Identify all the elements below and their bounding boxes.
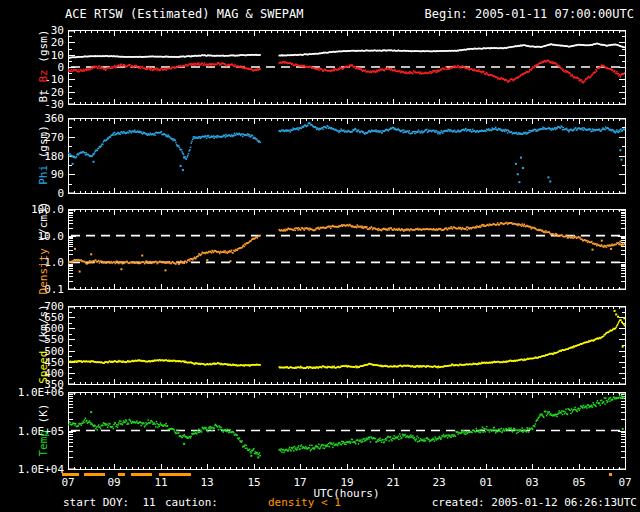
y-tick-label: 550: [0, 334, 64, 345]
y-tick-label: 90: [0, 169, 64, 180]
panel-mag-bt-bz-plot: [68, 30, 626, 105]
caution-dash: [62, 473, 79, 476]
ace-rtsw-plot-window: ACE RTSW (Estimated) MAG & SWEPAM Begin:…: [0, 0, 640, 512]
panel-swepam-density-plot: [68, 209, 626, 290]
y-tick-label: 1.0E+06: [0, 387, 64, 398]
axis-label-part: (K): [37, 404, 50, 424]
x-tick-label: 07: [56, 477, 80, 488]
plot-title: ACE RTSW (Estimated) MAG & SWEPAM: [65, 8, 303, 21]
panel-swepam-speed-plot: [68, 306, 626, 385]
x-tick-label: 21: [381, 477, 405, 488]
panel-swepam-temp-plot: [68, 392, 626, 470]
x-tick-label: 05: [567, 477, 591, 488]
caution-dash: [118, 473, 125, 476]
axis-label-part: (gsm): [37, 30, 50, 63]
y-tick-label: 20: [0, 37, 64, 48]
y-tick-label: 1.0E+05: [0, 426, 64, 437]
y-tick-label: 0: [0, 62, 64, 73]
y-tick-label: 180: [0, 151, 64, 162]
caution-dash: [609, 473, 612, 476]
caution-dash: [159, 473, 191, 476]
caution-value: density < 1: [268, 497, 341, 508]
caution-dash: [131, 473, 152, 476]
x-tick-label: 01: [474, 477, 498, 488]
x-tick-label: 23: [427, 477, 451, 488]
axis-label-part: Temp: [37, 423, 50, 456]
start-doy-label: start DOY: 11: [63, 497, 156, 508]
y-tick-label: 100.0: [0, 204, 64, 215]
panel-y-axis-label: Temp (K): [38, 370, 50, 490]
axis-label-part: (km/s): [37, 304, 50, 344]
y-tick-label: 10: [0, 50, 64, 61]
y-tick-label: 1.0: [0, 257, 64, 268]
x-tick-label: 13: [195, 477, 219, 488]
x-tick-label: 17: [288, 477, 312, 488]
x-tick-label: 09: [102, 477, 126, 488]
axis-label-part: Bz: [37, 63, 50, 83]
y-tick-label: 0.1: [0, 284, 64, 295]
y-tick-label: 360: [0, 113, 64, 124]
y-tick-label: 270: [0, 132, 64, 143]
y-tick-label: -10: [0, 74, 64, 85]
x-tick-label: 15: [242, 477, 266, 488]
begin-timestamp: Begin: 2005-01-11 07:00:00UTC: [424, 8, 634, 21]
panel-mag-phi-plot: [68, 118, 626, 194]
axis-label-part: Phi: [37, 158, 50, 185]
y-tick-label: 1.0E+04: [0, 464, 64, 475]
y-tick-label: 0: [0, 188, 64, 199]
axis-label-part: (gsm): [37, 125, 50, 158]
axis-label-part: (/cm3): [37, 202, 50, 242]
y-tick-label: 30: [0, 25, 64, 36]
created-timestamp: created: 2005-01-12 06:26:13UTC: [432, 497, 637, 508]
x-tick-label: 03: [520, 477, 544, 488]
caution-dash: [84, 473, 105, 476]
x-tick-label: 07: [613, 477, 637, 488]
y-tick-label: 10.0: [0, 231, 64, 242]
caution-label: caution:: [165, 497, 218, 508]
y-tick-label: -20: [0, 87, 64, 98]
y-tick-label: -30: [0, 99, 64, 110]
x-tick-label: 11: [149, 477, 173, 488]
